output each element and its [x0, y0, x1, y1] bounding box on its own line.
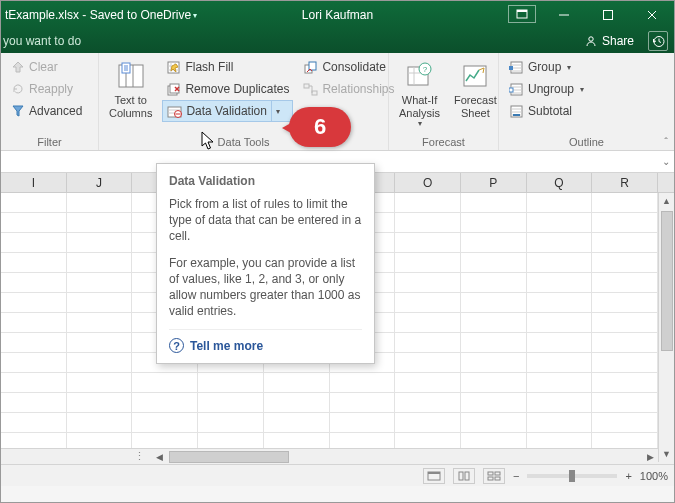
cell[interactable]: [132, 393, 198, 412]
scroll-thumb[interactable]: [661, 211, 673, 351]
table-row[interactable]: [1, 393, 674, 413]
version-history-icon[interactable]: [648, 31, 668, 51]
table-row[interactable]: [1, 433, 674, 448]
cell[interactable]: [592, 393, 658, 412]
cell[interactable]: [395, 313, 461, 332]
cell[interactable]: [592, 233, 658, 252]
share-button[interactable]: Share: [584, 34, 634, 48]
column-header[interactable]: J: [67, 173, 133, 192]
cell[interactable]: [592, 253, 658, 272]
cell[interactable]: [67, 333, 133, 352]
cell[interactable]: [330, 433, 396, 448]
scroll-right-icon[interactable]: ▶: [642, 452, 658, 462]
cell[interactable]: [198, 413, 264, 432]
cell[interactable]: [67, 233, 133, 252]
cell[interactable]: [461, 353, 527, 372]
cell[interactable]: [592, 353, 658, 372]
cell[interactable]: [395, 393, 461, 412]
maximize-button[interactable]: [586, 1, 630, 29]
cell[interactable]: [461, 193, 527, 212]
cell[interactable]: [1, 193, 67, 212]
tell-me-input[interactable]: you want to do: [1, 34, 81, 48]
expand-formula-bar-icon[interactable]: ⌄: [662, 156, 670, 167]
cell[interactable]: [67, 293, 133, 312]
cell[interactable]: [461, 293, 527, 312]
cell[interactable]: [395, 333, 461, 352]
cell[interactable]: [395, 353, 461, 372]
subtotal-button[interactable]: Subtotal: [505, 100, 588, 122]
cell[interactable]: [527, 373, 593, 392]
column-header[interactable]: Q: [527, 173, 593, 192]
cell[interactable]: [527, 253, 593, 272]
what-if-button[interactable]: ? What-If Analysis▾: [395, 56, 444, 136]
cell[interactable]: [395, 193, 461, 212]
sheet-tab-strip[interactable]: ⋮: [1, 449, 151, 464]
consolidate-button[interactable]: Consolidate: [299, 56, 398, 78]
cell[interactable]: [395, 273, 461, 292]
cell[interactable]: [330, 413, 396, 432]
cell[interactable]: [67, 413, 133, 432]
cell[interactable]: [1, 273, 67, 292]
cell[interactable]: [1, 233, 67, 252]
scroll-up-icon[interactable]: ▲: [659, 193, 674, 209]
cell[interactable]: [527, 233, 593, 252]
clear-button[interactable]: Clear: [7, 56, 86, 78]
cell[interactable]: [1, 433, 67, 448]
cell[interactable]: [132, 373, 198, 392]
cell[interactable]: [592, 273, 658, 292]
cell[interactable]: [592, 333, 658, 352]
cell[interactable]: [1, 353, 67, 372]
cell[interactable]: [330, 393, 396, 412]
cell[interactable]: [1, 393, 67, 412]
cell[interactable]: [461, 273, 527, 292]
cell[interactable]: [1, 333, 67, 352]
cell[interactable]: [592, 293, 658, 312]
flash-fill-button[interactable]: Flash Fill: [162, 56, 293, 78]
reapply-button[interactable]: Reapply: [7, 78, 86, 100]
cell[interactable]: [461, 213, 527, 232]
cell[interactable]: [1, 313, 67, 332]
cell[interactable]: [264, 413, 330, 432]
cell[interactable]: [592, 193, 658, 212]
cell[interactable]: [1, 253, 67, 272]
cell[interactable]: [461, 313, 527, 332]
cell[interactable]: [395, 293, 461, 312]
cell[interactable]: [461, 373, 527, 392]
cell[interactable]: [527, 293, 593, 312]
cell[interactable]: [132, 433, 198, 448]
cell[interactable]: [395, 213, 461, 232]
horizontal-scrollbar[interactable]: ⋮ ◀ ▶: [1, 448, 674, 464]
cell[interactable]: [592, 373, 658, 392]
cell[interactable]: [592, 433, 658, 448]
cell[interactable]: [527, 213, 593, 232]
cell[interactable]: [592, 413, 658, 432]
cell[interactable]: [527, 393, 593, 412]
cell[interactable]: [527, 193, 593, 212]
cell[interactable]: [592, 213, 658, 232]
cell[interactable]: [395, 433, 461, 448]
cell[interactable]: [198, 393, 264, 412]
cell[interactable]: [1, 413, 67, 432]
text-to-columns-button[interactable]: Text to Columns: [105, 56, 156, 136]
cell[interactable]: [1, 373, 67, 392]
cell[interactable]: [461, 393, 527, 412]
cell[interactable]: [527, 353, 593, 372]
scroll-down-icon[interactable]: ▼: [659, 446, 674, 462]
cell[interactable]: [461, 413, 527, 432]
cell[interactable]: [395, 413, 461, 432]
title-dropdown-icon[interactable]: ▾: [193, 11, 197, 20]
cell[interactable]: [395, 233, 461, 252]
cell[interactable]: [67, 353, 133, 372]
cell[interactable]: [527, 413, 593, 432]
page-break-view-icon[interactable]: [483, 468, 505, 484]
cell[interactable]: [330, 373, 396, 392]
cell[interactable]: [264, 373, 330, 392]
cell[interactable]: [461, 253, 527, 272]
cell[interactable]: [461, 333, 527, 352]
scroll-thumb[interactable]: [169, 451, 289, 463]
zoom-value[interactable]: 100%: [640, 470, 668, 482]
cell[interactable]: [198, 433, 264, 448]
cell[interactable]: [264, 393, 330, 412]
cell[interactable]: [67, 393, 133, 412]
zoom-slider[interactable]: [527, 474, 617, 478]
